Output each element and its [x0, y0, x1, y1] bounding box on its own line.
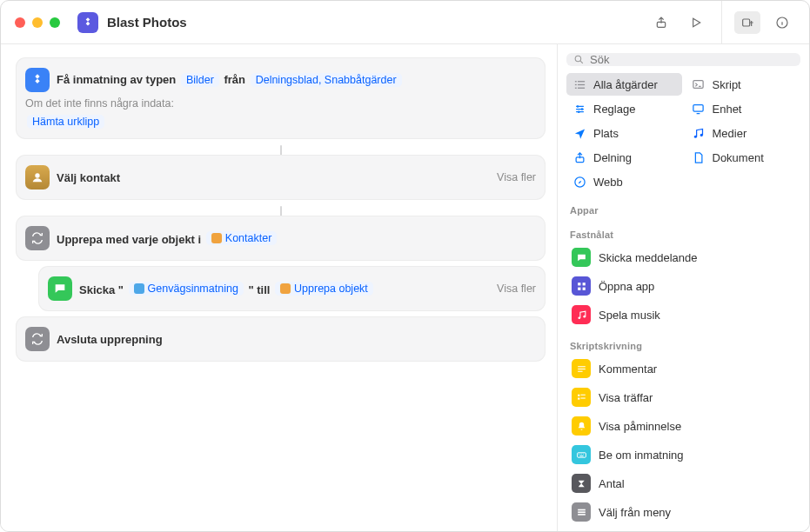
share-button[interactable] — [648, 11, 674, 34]
music-icon — [572, 305, 591, 324]
search-field[interactable] — [566, 53, 800, 66]
category-all[interactable]: Alla åtgärder — [566, 73, 682, 96]
svg-rect-26 — [578, 366, 586, 367]
receive-input-action[interactable]: Få inmatning av typen Bilder från Delnin… — [17, 58, 545, 138]
show-more-send[interactable]: Visa fler — [497, 283, 536, 295]
scripting-action[interactable]: Visa träffar — [565, 383, 802, 411]
repeat-icon — [25, 226, 50, 250]
terminal-icon — [691, 76, 706, 92]
pinned-action[interactable]: Spela musik — [565, 301, 802, 329]
svg-rect-35 — [578, 511, 586, 513]
receive-input-text: Få inmatning av typen Bilder från Delnin… — [57, 73, 404, 87]
nav-icon — [572, 125, 587, 141]
svg-point-25 — [583, 315, 586, 317]
search-icon — [573, 54, 585, 65]
toggle-library-button[interactable] — [734, 11, 760, 34]
pinned-header: Fastnålat — [558, 223, 809, 243]
category-sharing[interactable]: Delning — [566, 146, 682, 169]
apps-header: Appar — [558, 198, 809, 219]
list-icon — [572, 76, 587, 92]
window-controls — [15, 17, 60, 28]
svg-rect-29 — [578, 394, 579, 396]
repeat-collection-token[interactable]: Kontakter — [206, 231, 278, 245]
select-contact-action[interactable]: Välj kontakt Visa fler — [17, 156, 545, 199]
svg-rect-23 — [582, 287, 585, 289]
shortcuts-editor-window: Blast Photos Få inmatning av typen Bilde… — [0, 0, 810, 532]
svg-point-4 — [575, 56, 581, 62]
category-controls[interactable]: Reglage — [566, 97, 682, 120]
svg-rect-31 — [578, 397, 579, 399]
repeat-each-action[interactable]: Upprepa med varje objekt i Kontakter — [17, 216, 545, 260]
category-web[interactable]: Webb — [566, 170, 682, 193]
svg-point-3 — [35, 173, 39, 177]
category-location[interactable]: Plats — [566, 122, 682, 144]
input-source-token[interactable]: Delningsblad, Snabbåtgärder — [251, 73, 402, 87]
list2-icon — [572, 388, 591, 407]
scripting-action[interactable]: Antal — [565, 469, 802, 497]
connector-line — [280, 145, 282, 156]
svg-rect-30 — [580, 394, 585, 395]
scripting-action[interactable]: Välj från meny — [565, 498, 802, 526]
pinned-action[interactable]: Öppna app — [565, 272, 802, 300]
svg-point-17 — [700, 133, 703, 136]
category-media[interactable]: Medier — [686, 122, 801, 144]
recipients-token[interactable]: Upprepa objekt — [275, 282, 373, 296]
svg-rect-27 — [578, 368, 586, 369]
bell-icon — [572, 416, 591, 436]
svg-rect-15 — [693, 104, 703, 111]
messages-icon — [48, 276, 72, 301]
info-button[interactable] — [769, 11, 795, 34]
repeat-item-icon — [280, 283, 291, 294]
no-input-fallback-token[interactable]: Hämta urklipp — [27, 115, 104, 129]
run-button[interactable] — [683, 11, 709, 34]
svg-rect-5 — [574, 81, 576, 82]
close-window[interactable] — [15, 17, 25, 28]
contacts-icon — [211, 233, 222, 243]
svg-rect-20 — [578, 283, 580, 285]
svg-rect-6 — [578, 81, 585, 82]
category-docs[interactable]: Dokument — [686, 146, 801, 169]
svg-rect-28 — [578, 370, 582, 371]
keyboard-icon — [572, 445, 591, 464]
category-script[interactable]: Skript — [686, 73, 801, 96]
sliders-icon — [572, 101, 587, 116]
category-device[interactable]: Enhet — [686, 97, 801, 120]
scripting-list: KommentarVisa träffarVisa påminnelseBe o… — [558, 355, 809, 531]
pinned-action[interactable]: Skicka meddelande — [565, 243, 802, 271]
scripting-action[interactable]: Kommentar — [565, 355, 802, 382]
shareup-icon — [572, 150, 587, 165]
scripting-action[interactable]: Be om inmatning — [565, 441, 802, 469]
svg-rect-36 — [578, 514, 586, 515]
svg-rect-32 — [580, 397, 585, 398]
input-type-token[interactable]: Bilder — [181, 73, 219, 87]
zoom-window[interactable] — [50, 17, 60, 28]
content-split: Få inmatning av typen Bilder från Delnin… — [1, 44, 809, 531]
workflow-editor[interactable]: Få inmatning av typen Bilder från Delnin… — [1, 44, 557, 531]
search-input[interactable] — [590, 53, 793, 66]
svg-rect-11 — [693, 80, 703, 88]
titlebar: Blast Photos — [1, 1, 809, 44]
contacts-icon — [25, 165, 50, 190]
sigma-icon — [572, 474, 591, 493]
minimize-window[interactable] — [32, 17, 43, 28]
end-repeat-action[interactable]: Avsluta upprepning — [17, 317, 545, 361]
music-icon — [691, 125, 706, 141]
svg-rect-1 — [743, 19, 750, 26]
scripting-action[interactable]: Visa påminnelse — [565, 412, 802, 440]
shortcut-icon — [77, 12, 98, 33]
no-input-label: Om det inte finns några indata: — [25, 97, 174, 110]
lines-icon — [572, 359, 591, 378]
shortcut-input-icon — [134, 283, 144, 294]
svg-rect-8 — [578, 83, 585, 84]
repeat-end-icon — [25, 327, 50, 351]
svg-point-14 — [578, 110, 580, 113]
msg-icon — [572, 248, 591, 267]
grid-icon — [572, 276, 591, 296]
svg-rect-10 — [578, 87, 585, 88]
send-message-action[interactable]: Skicka " Genvägsinmatning " till Upprepa… — [39, 267, 545, 310]
menu-icon — [572, 502, 591, 522]
toolbar-separator — [721, 1, 722, 43]
message-body-token[interactable]: Genvägsinmatning — [129, 282, 244, 296]
show-more-contact[interactable]: Visa fler — [497, 171, 536, 183]
svg-rect-33 — [577, 452, 586, 456]
